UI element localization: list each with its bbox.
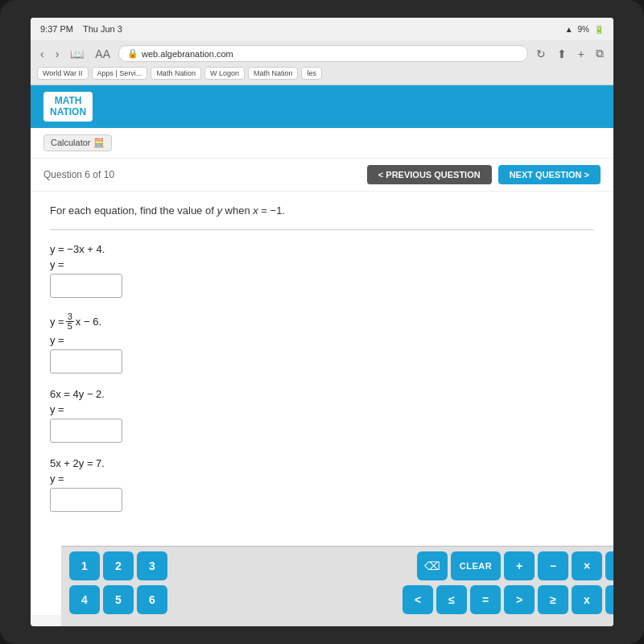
tab-les[interactable]: les (301, 67, 322, 80)
mn-header: MATH NATION (31, 85, 613, 128)
y-label-3: y = (50, 403, 594, 415)
key-2[interactable]: 2 (103, 551, 134, 580)
calc-bar: Calculator 🧮 (31, 128, 613, 159)
y-label-4: y = (50, 473, 594, 485)
key-less-than[interactable]: < (402, 585, 433, 614)
numpad-bottom-row: 4 5 6 (69, 585, 167, 614)
equation-1: y = −3x + 4. (50, 243, 594, 255)
keyboard-area: 1 2 3 ⌫ CLEAR + − × + 4 5 6 (61, 546, 613, 626)
status-date: Thu Jun 3 (83, 24, 122, 34)
share-button[interactable]: ⬆ (554, 46, 570, 62)
comparison-row: < ≤ = > ≥ x y (402, 585, 613, 614)
browser-tabs: World War II Apps | Servi... Math Nation… (37, 67, 607, 80)
numpad-top-row: 1 2 3 (69, 551, 167, 580)
ipad-frame: 9:37 PM Thu Jun 3 ▲ 9% 🔋 ‹ › 📖 AA 🔒 web.… (0, 0, 644, 644)
new-tab-button[interactable]: + (575, 46, 588, 62)
answer-input-4[interactable] (50, 488, 122, 512)
screen: 9:37 PM Thu Jun 3 ▲ 9% 🔋 ‹ › 📖 AA 🔒 web.… (31, 18, 613, 626)
battery-icon: 🔋 (594, 25, 604, 34)
address-bar[interactable]: 🔒 web.algebranation.com (118, 45, 528, 62)
answer-input-1[interactable] (50, 274, 122, 298)
book-icon[interactable]: 📖 (67, 46, 87, 62)
key-4[interactable]: 4 (69, 585, 100, 614)
status-bar: 9:37 PM Thu Jun 3 ▲ 9% 🔋 (31, 18, 613, 40)
key-equals[interactable]: = (470, 585, 501, 614)
tab-mathnation2[interactable]: Math Nation (248, 67, 299, 80)
y-label-2: y = (50, 334, 594, 346)
key-greater-than[interactable]: > (504, 585, 535, 614)
battery-level: 9% (578, 25, 589, 34)
key-x[interactable]: x (572, 585, 602, 614)
question-instruction: For each equation, find the value of y w… (50, 204, 594, 217)
tabs-button[interactable]: ⧉ (592, 45, 607, 62)
key-greater-equal[interactable]: ≥ (538, 585, 568, 614)
answer-input-3[interactable] (50, 419, 122, 443)
key-1[interactable]: 1 (69, 551, 100, 580)
lock-icon: 🔒 (127, 48, 138, 59)
key-divide[interactable]: + (605, 551, 613, 580)
tab-mathnation1[interactable]: Math Nation (151, 67, 201, 80)
tab-apps[interactable]: Apps | Servi... (92, 67, 148, 80)
clear-button[interactable]: CLEAR (451, 551, 501, 580)
nav-buttons: < PREVIOUS QUESTION NEXT QUESTION > (367, 165, 601, 184)
equation-block-3: 6x = 4y − 2. y = (50, 388, 594, 443)
browser-chrome: ‹ › 📖 AA 🔒 web.algebranation.com ↻ ⬆ + ⧉… (31, 40, 613, 85)
url-text: web.algebranation.com (142, 49, 233, 59)
page-content: MATH NATION Calculator 🧮 Question 6 of 1… (31, 85, 613, 615)
equation-2: y = 3 5 x − 6. (50, 312, 594, 331)
aa-button[interactable]: AA (92, 46, 114, 62)
y-label-1: y = (50, 258, 594, 270)
key-plus-top[interactable]: + (504, 551, 535, 580)
key-6[interactable]: 6 (137, 585, 167, 614)
keyboard-row-2: 4 5 6 < ≤ = > ≥ x y (69, 585, 613, 614)
key-minus[interactable]: − (538, 551, 568, 580)
key-less-equal[interactable]: ≤ (436, 585, 467, 614)
status-time: 9:37 PM (40, 24, 73, 34)
equation-3: 6x = 4y − 2. (50, 388, 594, 400)
browser-nav: ‹ › 📖 AA 🔒 web.algebranation.com ↻ ⬆ + ⧉ (37, 45, 607, 62)
key-y[interactable]: y (605, 585, 613, 614)
key-5[interactable]: 5 (103, 585, 134, 614)
question-label: Question 6 of 10 (43, 169, 114, 180)
backspace-button[interactable]: ⌫ (417, 551, 448, 580)
operator-row: ⌫ CLEAR + − × + (417, 551, 613, 580)
back-button[interactable]: ‹ (37, 46, 47, 62)
answer-input-2[interactable] (50, 349, 122, 374)
equation-block-1: y = −3x + 4. y = (50, 243, 594, 298)
prev-question-button[interactable]: < PREVIOUS QUESTION (367, 165, 492, 184)
keyboard-row-1: 1 2 3 ⌫ CLEAR + − × + (69, 551, 613, 580)
next-question-button[interactable]: NEXT QUESTION > (498, 165, 601, 184)
equation-block-2: y = 3 5 x − 6. y = (50, 312, 594, 374)
wifi-icon: ▲ (565, 25, 573, 34)
mn-logo: MATH NATION (43, 92, 93, 122)
key-3[interactable]: 3 (137, 551, 167, 580)
forward-button[interactable]: › (52, 46, 63, 62)
tab-worldwar[interactable]: World War II (37, 67, 89, 80)
refresh-button[interactable]: ↻ (533, 46, 549, 62)
question-body: For each equation, find the value of y w… (31, 192, 613, 539)
tab-logon[interactable]: W Logon (204, 67, 245, 80)
fraction: 3 5 (66, 312, 74, 331)
question-nav: Question 6 of 10 < PREVIOUS QUESTION NEX… (31, 159, 613, 192)
calculator-button[interactable]: Calculator 🧮 (43, 134, 112, 151)
equation-block-4: 5x + 2y = 7. y = (50, 457, 594, 512)
key-multiply[interactable]: × (572, 551, 602, 580)
divider (50, 229, 594, 230)
equation-4: 5x + 2y = 7. (50, 457, 594, 469)
